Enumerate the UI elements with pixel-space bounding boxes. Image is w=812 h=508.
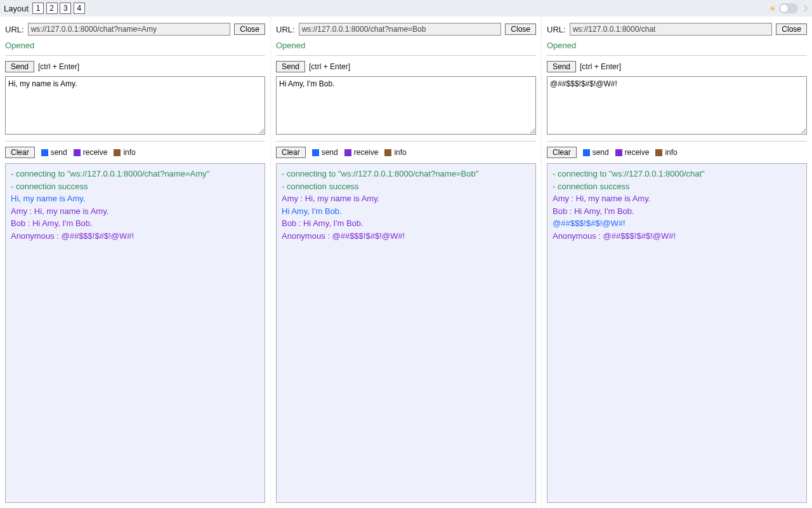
panel-2: URL:CloseOpenedSend[ctrl + Enter]@##$$$!… [541,17,812,508]
url-label: URL: [547,25,566,34]
connection-status: Opened [547,41,807,50]
url-label: URL: [276,25,295,34]
close-button[interactable]: Close [776,23,807,35]
log-line: - connecting to "ws://127.0.0.1:8000/cha… [282,168,530,180]
legend-row: Clearsendreceiveinfo [5,147,265,158]
send-row: Send[ctrl + Enter] [276,61,536,72]
log-line: Anonymous : @##$$$!$#$!@W#! [11,230,259,243]
log-line: Amy : Hi, my name is Amy. [11,205,259,218]
legend-info: info [655,148,677,157]
legend-send: send [583,148,609,157]
url-input[interactable] [570,23,773,36]
legend-receive: receive [344,148,379,157]
legend-info-swatch [655,149,662,156]
legend-row: Clearsendreceiveinfo [276,147,536,158]
topbar-left: Layout 1 2 3 4 [4,3,85,14]
divider [5,141,265,142]
log-line: Amy : Hi, my name is Amy. [282,192,530,205]
theme-switch[interactable] [779,3,798,13]
legend-send-swatch [583,149,590,156]
sun-icon: ☀ [769,4,776,13]
clear-button[interactable]: Clear [276,147,306,158]
divider [547,55,807,56]
url-input[interactable] [28,23,231,36]
legend-send-label: send [593,148,609,157]
legend-receive-swatch [74,149,81,156]
send-button[interactable]: Send [5,61,34,72]
log-box[interactable]: - connecting to "ws://127.0.0.1:8000/cha… [547,163,807,503]
legend-info-label: info [123,148,135,157]
theme-toggle: ☀ ☽ [769,3,808,13]
log-box[interactable]: - connecting to "ws://127.0.0.1:8000/cha… [276,163,536,503]
legend-receive-label: receive [354,148,379,157]
legend-info: info [384,148,406,157]
legend-receive-swatch [344,149,351,156]
log-line: Bob : Hi Amy, I'm Bob. [282,217,530,230]
close-button[interactable]: Close [234,23,265,35]
legend-receive-swatch [615,149,622,156]
send-row: Send[ctrl + Enter] [547,61,807,72]
legend-send: send [41,148,67,157]
send-hint: [ctrl + Enter] [309,62,350,71]
legend-receive: receive [615,148,650,157]
log-line: Anonymous : @##$$$!$#$!@W#! [282,230,530,243]
log-line: Bob : Hi Amy, I'm Bob. [11,217,259,230]
log-line: - connection success [11,180,259,193]
legend-send-label: send [51,148,67,157]
url-label: URL: [5,25,24,34]
log-line: Anonymous : @##$$$!$#$!@W#! [553,230,801,243]
legend-info-swatch [114,149,121,156]
divider [5,55,265,56]
layout-label: Layout [4,4,29,13]
panels-container: URL:CloseOpenedSend[ctrl + Enter]Hi, my … [0,17,812,508]
close-button[interactable]: Close [505,23,536,35]
log-line: Hi, my name is Amy. [11,192,259,205]
panel-1: URL:CloseOpenedSend[ctrl + Enter]Hi Amy,… [270,17,541,508]
legend-receive: receive [74,148,108,157]
clear-button[interactable]: Clear [5,147,35,158]
send-button[interactable]: Send [276,61,305,72]
legend-info-label: info [665,148,677,157]
log-line: - connection success [282,180,530,193]
url-row: URL:Close [5,23,265,36]
message-input[interactable]: @##$$$!$#$!@W#! [547,76,807,135]
log-line: - connecting to "ws://127.0.0.1:8000/cha… [553,168,801,180]
legend-receive-label: receive [83,148,108,157]
send-row: Send[ctrl + Enter] [5,61,265,72]
log-line: - connecting to "ws://127.0.0.1:8000/cha… [11,168,259,180]
url-input[interactable] [299,23,502,36]
send-button[interactable]: Send [547,61,576,72]
divider [547,141,807,142]
legend-info: info [114,148,135,157]
legend-row: Clearsendreceiveinfo [547,147,807,158]
divider [276,55,536,56]
message-input[interactable]: Hi Amy, I'm Bob. [276,76,536,135]
topbar: Layout 1 2 3 4 ☀ ☽ [0,0,812,17]
clear-button[interactable]: Clear [547,147,577,158]
message-input[interactable]: Hi, my name is Amy. [5,76,265,135]
send-hint: [ctrl + Enter] [580,62,621,71]
legend-info-swatch [384,149,391,156]
log-box[interactable]: - connecting to "ws://127.0.0.1:8000/cha… [5,163,265,503]
log-line: @##$$$!$#$!@W#! [553,217,801,230]
moon-icon: ☽ [801,4,808,13]
url-row: URL:Close [276,23,536,36]
log-line: - connection success [553,180,801,193]
send-hint: [ctrl + Enter] [38,62,79,71]
layout-button-3[interactable]: 3 [60,3,71,14]
log-line: Hi Amy, I'm Bob. [282,205,530,218]
panel-0: URL:CloseOpenedSend[ctrl + Enter]Hi, my … [0,17,270,508]
log-line: Amy : Hi, my name is Amy. [553,192,801,205]
layout-button-2[interactable]: 2 [46,3,58,14]
legend-send-swatch [41,149,48,156]
connection-status: Opened [5,41,265,50]
url-row: URL:Close [547,23,807,36]
legend-receive-label: receive [625,148,650,157]
connection-status: Opened [276,41,536,50]
legend-send-swatch [312,149,319,156]
legend-send: send [312,148,338,157]
layout-button-4[interactable]: 4 [74,3,85,14]
legend-send-label: send [322,148,338,157]
layout-button-1[interactable]: 1 [32,3,44,14]
divider [276,141,536,142]
